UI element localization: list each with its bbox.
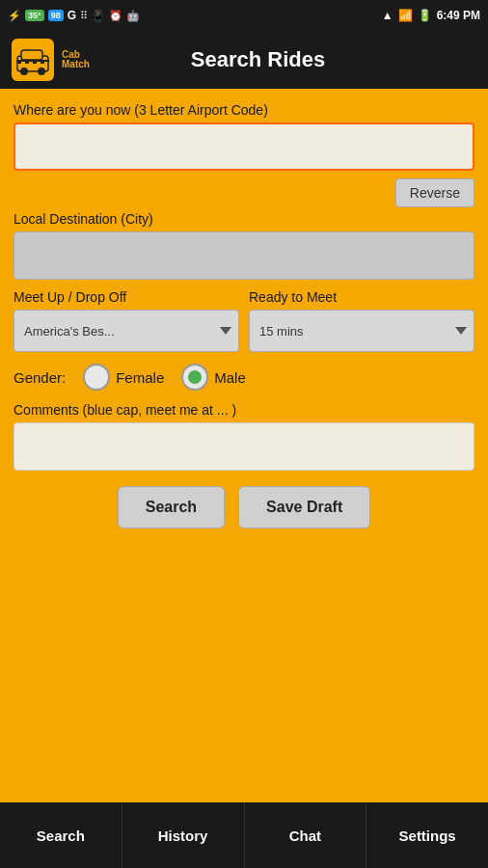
- svg-rect-8: [33, 60, 37, 64]
- status-bar: ⚡ 35° 98 G ⠿ 📱 ⏰ 🤖 ▲ 📶 🔋 6:49 PM: [0, 0, 488, 31]
- svg-point-4: [38, 68, 45, 75]
- signal-icon: 📶: [398, 9, 413, 22]
- search-nav-label: Search: [37, 827, 85, 844]
- svg-rect-6: [17, 60, 21, 64]
- male-radio-inner: [188, 370, 202, 384]
- logo-container: Cab Match: [12, 39, 90, 81]
- svg-rect-7: [25, 60, 29, 64]
- meetup-col: Meet Up / Drop Off America's Bes... Opti…: [14, 289, 239, 352]
- menu-icon: ⠿: [80, 10, 88, 22]
- meetup-dropdown[interactable]: America's Bes... Option 2: [14, 310, 239, 352]
- female-label: Female: [116, 369, 164, 386]
- two-col-dropdowns: Meet Up / Drop Off America's Bes... Opti…: [14, 289, 474, 352]
- svg-rect-9: [41, 60, 44, 64]
- nav-item-settings[interactable]: Settings: [366, 802, 488, 868]
- male-label: Male: [214, 369, 246, 386]
- comments-input[interactable]: [14, 422, 474, 471]
- male-radio-option[interactable]: Male: [181, 364, 246, 391]
- status-left-icons: ⚡ 35° 98 G ⠿ 📱 ⏰ 🤖: [8, 9, 140, 22]
- status-right: ▲ 📶 🔋 6:49 PM: [382, 9, 480, 22]
- search-button[interactable]: Search: [118, 486, 225, 529]
- svg-rect-2: [21, 50, 42, 60]
- nav-item-chat[interactable]: Chat: [245, 802, 367, 868]
- ready-col: Ready to Meet 15 mins 30 mins 45 mins 1 …: [249, 289, 474, 352]
- cabmatch-logo: [12, 39, 54, 81]
- save-draft-button[interactable]: Save Draft: [238, 486, 370, 529]
- android-icon: 🤖: [126, 10, 140, 22]
- gender-row: Gender: Female Male: [14, 364, 474, 391]
- female-radio-outer: [83, 364, 110, 391]
- phone-icon: 📱: [92, 10, 105, 22]
- chat-nav-label: Chat: [289, 827, 321, 844]
- battery-icon: 🔋: [418, 9, 432, 22]
- page-title: Search Rides: [90, 47, 426, 72]
- nav-item-search[interactable]: Search: [0, 802, 122, 868]
- male-radio-outer: [181, 364, 208, 391]
- clock-icon: ⏰: [109, 10, 122, 22]
- app-header: Cab Match Search Rides: [0, 31, 488, 89]
- notif-badge: 98: [48, 10, 64, 21]
- destination-input[interactable]: [14, 231, 474, 280]
- time-display: 6:49 PM: [437, 9, 480, 22]
- ready-dropdown[interactable]: 15 mins 30 mins 45 mins 1 hour: [249, 310, 474, 352]
- meetup-label: Meet Up / Drop Off: [14, 289, 239, 305]
- temp-badge: 35°: [25, 10, 44, 21]
- nav-item-history[interactable]: History: [122, 802, 245, 868]
- meetup-dropdown-wrapper: America's Bes... Option 2: [14, 310, 239, 352]
- bottom-nav: Search History Chat Settings: [0, 802, 488, 868]
- ready-label: Ready to Meet: [249, 289, 474, 305]
- reverse-row: Reverse: [14, 178, 474, 207]
- gender-label: Gender:: [14, 369, 66, 386]
- wifi-icon: ▲: [382, 9, 393, 22]
- svg-point-3: [20, 68, 28, 75]
- history-nav-label: History: [158, 827, 208, 844]
- female-radio-inner: [90, 370, 103, 384]
- where-input[interactable]: [14, 122, 474, 171]
- where-label: Where are you now (3 Letter Airport Code…: [14, 102, 474, 118]
- button-row: Search Save Draft: [14, 486, 474, 529]
- g-icon: G: [68, 9, 76, 22]
- reverse-button[interactable]: Reverse: [395, 178, 474, 207]
- destination-label: Local Destination (City): [14, 211, 474, 227]
- main-content: Where are you now (3 Letter Airport Code…: [0, 89, 488, 802]
- settings-nav-label: Settings: [399, 827, 456, 844]
- comments-label: Comments (blue cap, meet me at ... ): [14, 402, 474, 418]
- ready-dropdown-wrapper: 15 mins 30 mins 45 mins 1 hour: [249, 310, 474, 352]
- usb-icon: ⚡: [8, 10, 21, 22]
- female-radio-option[interactable]: Female: [83, 364, 164, 391]
